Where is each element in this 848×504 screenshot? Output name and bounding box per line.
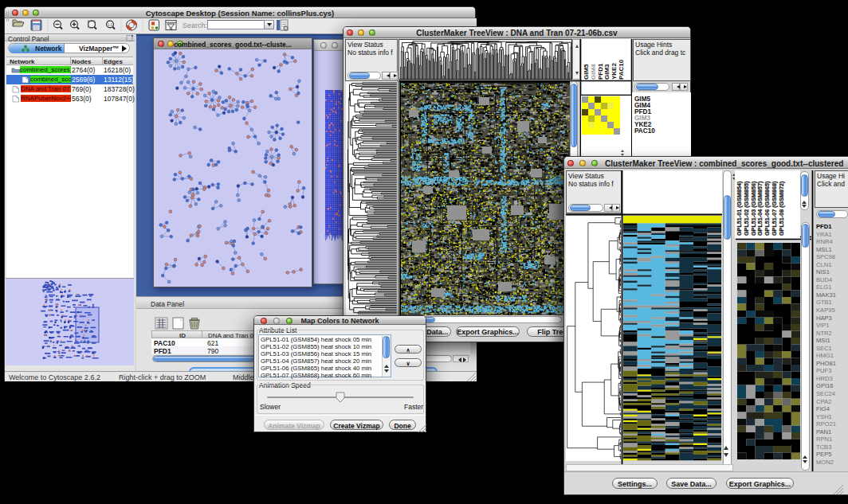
svg-text:1:1: 1:1 [108,23,113,27]
